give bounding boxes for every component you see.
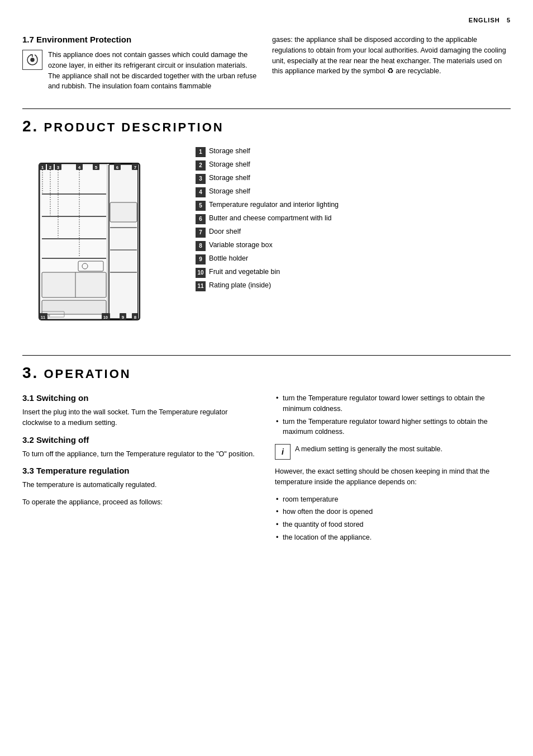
part-item: 5Temperature regulator and interior ligh… (196, 200, 511, 211)
part-item: 6Butter and cheese compartment with lid (196, 214, 511, 224)
section-17-title: 1.7 Environment Protection (22, 35, 261, 44)
svg-text:7: 7 (134, 165, 137, 170)
section-2: 2. PRODUCT DESCRIPTION (22, 108, 511, 338)
svg-text:10: 10 (103, 315, 108, 319)
section-3-body: 3.1 Switching on Insert the plug into th… (22, 393, 511, 550)
page-header: ENGLISH 5 (22, 17, 511, 23)
bullet-item: turn the Temperature regulator toward lo… (275, 393, 511, 414)
section-3-title: 3. OPERATION (22, 364, 511, 382)
part-badge: 9 (196, 254, 206, 264)
svg-text:4: 4 (78, 165, 81, 170)
svg-text:8: 8 (134, 315, 137, 320)
section-2-title: 2. PRODUCT DESCRIPTION (22, 117, 511, 135)
bottom-bullets: room temperaturehow often the door is op… (275, 494, 511, 543)
part-label: Temperature regulator and interior light… (209, 200, 339, 210)
svg-rect-14 (42, 272, 106, 297)
part-badge: 5 (196, 201, 206, 211)
part-item: 11Rating plate (inside) (196, 281, 511, 291)
part-item: 1Storage shelf (196, 147, 511, 157)
part-item: 2Storage shelf (196, 160, 511, 171)
info-note: A medium setting is generally the most s… (295, 444, 442, 455)
section-17-left: 1.7 Environment Protection This applianc… (22, 35, 261, 92)
svg-rect-2 (109, 164, 138, 319)
part-item: 3Storage shelf (196, 173, 511, 184)
subsection-32-text: To turn off the appliance, turn the Temp… (22, 449, 258, 460)
subsection-31-title: 3.1 Switching on (22, 393, 258, 403)
part-badge: 4 (196, 187, 206, 197)
bullet-item: the location of the appliance. (275, 532, 511, 543)
bottom-text: However, the exact setting should be cho… (275, 466, 511, 488)
fridge-diagram: rating 1 2 3 4 5 (22, 147, 179, 338)
svg-text:3: 3 (57, 165, 60, 170)
bullet-item: turn the Temperature regulator toward hi… (275, 417, 511, 438)
part-item: 10Fruit and vegetable bin (196, 267, 511, 278)
bullet-item: room temperature (275, 494, 511, 505)
parts-list: 1Storage shelf2Storage shelf3Storage she… (196, 147, 511, 338)
svg-text:9: 9 (122, 315, 125, 320)
part-label: Storage shelf (209, 160, 250, 170)
bullet-item: the quantity of food stored (275, 519, 511, 530)
part-item: 8Variable storage box (196, 240, 511, 251)
part-label: Bottle holder (209, 254, 248, 264)
section-3-right: turn the Temperature regulator toward lo… (275, 393, 511, 550)
subsection-33-text2: To operate the appliance, proceed as fol… (22, 497, 258, 508)
section-17-right-text: gases: the appliance shall be disposed a… (272, 35, 511, 92)
environment-icon (22, 50, 42, 70)
right-bullets: turn the Temperature regulator toward lo… (275, 393, 511, 437)
svg-rect-16 (42, 300, 106, 314)
part-badge: 1 (196, 147, 206, 157)
svg-text:2: 2 (49, 165, 52, 170)
part-label: Variable storage box (209, 240, 273, 251)
svg-point-0 (31, 58, 34, 62)
info-box: i A medium setting is generally the most… (275, 444, 511, 460)
part-label: Door shelf (209, 227, 241, 237)
part-badge: 10 (196, 268, 206, 278)
svg-text:5: 5 (95, 165, 98, 170)
section-17-content: This appliance does not contain gasses w… (22, 50, 261, 92)
part-label: Storage shelf (209, 147, 250, 157)
svg-text:6: 6 (116, 165, 119, 170)
part-badge: 7 (196, 228, 206, 238)
subsection-33-text1: The temperature is automatically regulat… (22, 480, 258, 490)
page-number: 5 (507, 17, 511, 23)
part-label: Rating plate (inside) (209, 281, 271, 291)
part-badge: 8 (196, 241, 206, 251)
part-badge: 2 (196, 160, 206, 171)
part-badge: 6 (196, 214, 206, 224)
section-17-left-text: This appliance does not contain gasses w… (48, 50, 261, 92)
section-3-left: 3.1 Switching on Insert the plug into th… (22, 393, 258, 550)
part-item: 4Storage shelf (196, 187, 511, 197)
subsection-33-title: 3.3 Temperature regulation (22, 466, 258, 475)
part-badge: 3 (196, 174, 206, 184)
svg-text:1: 1 (41, 165, 44, 170)
part-item: 7Door shelf (196, 227, 511, 238)
bullet-item: how often the door is opened (275, 507, 511, 517)
info-icon: i (275, 444, 291, 460)
part-label: Butter and cheese compartment with lid (209, 214, 332, 224)
part-item: 9Bottle holder (196, 254, 511, 264)
part-label: Storage shelf (209, 173, 250, 183)
subsection-32-title: 3.2 Switching off (22, 435, 258, 445)
section-3: 3. OPERATION 3.1 Switching on Insert the… (22, 355, 511, 550)
product-desc-body: rating 1 2 3 4 5 (22, 147, 511, 338)
part-label: Fruit and vegetable bin (209, 267, 280, 277)
svg-text:11: 11 (41, 315, 45, 319)
part-badge: 11 (196, 281, 206, 291)
section-17: 1.7 Environment Protection This applianc… (22, 35, 511, 92)
svg-rect-10 (110, 202, 137, 222)
part-label: Storage shelf (209, 187, 250, 197)
subsection-31-text: Insert the plug into the wall socket. Tu… (22, 407, 258, 428)
language-label: ENGLISH (469, 17, 500, 23)
